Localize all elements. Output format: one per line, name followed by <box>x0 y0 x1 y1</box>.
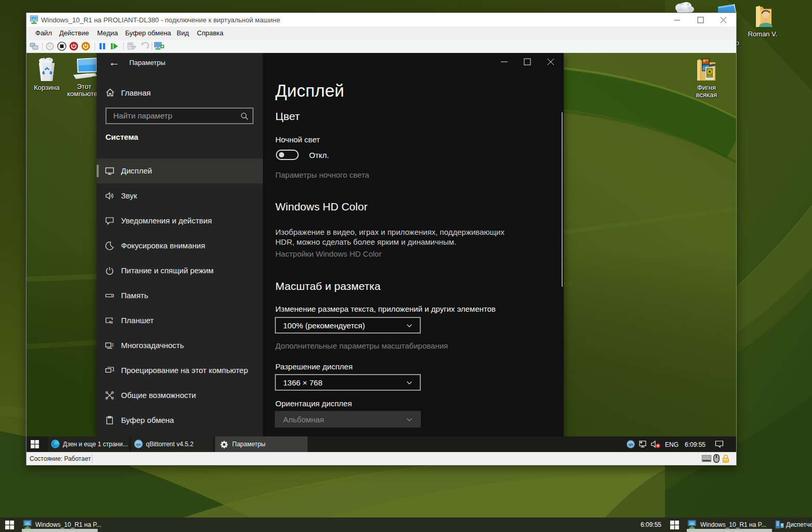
menu-view[interactable]: Вид <box>177 29 189 37</box>
ctrl-alt-del-icon[interactable] <box>30 42 39 51</box>
guest-recycle-bin[interactable]: Корзина <box>33 57 61 94</box>
vmconnect-taskbar-icon <box>23 520 33 529</box>
resume-vm-icon[interactable] <box>110 42 119 51</box>
night-light-toggle[interactable] <box>276 150 299 160</box>
projecting-icon <box>105 366 114 375</box>
orientation-dropdown[interactable]: Альбомная <box>275 411 421 428</box>
menu-media[interactable]: Медиа <box>97 29 118 37</box>
vmconnect-titlebar[interactable]: Windows_10_R1 на PROLIANT-DL380 - подклю… <box>26 13 736 26</box>
settings-scrollbar-thumb[interactable] <box>562 112 563 287</box>
sidebar-item-storage[interactable]: Память <box>97 283 263 308</box>
revert-icon[interactable] <box>140 42 149 51</box>
hdr-settings-link[interactable]: Настройки Windows HD Color <box>275 249 381 258</box>
pause-vm-icon[interactable] <box>98 42 107 51</box>
advanced-scaling-link[interactable]: Дополнительные параметры масштабирования <box>275 341 448 350</box>
menu-action[interactable]: Действие <box>59 29 89 37</box>
sidebar-item-tablet[interactable]: Планшет <box>97 308 263 333</box>
settings-maximize-button[interactable] <box>515 53 539 69</box>
sidebar-item-projecting[interactable]: Проецирование на этот компьютер <box>97 358 263 383</box>
menu-clipboard[interactable]: Буфер обмена <box>125 29 171 37</box>
menu-help[interactable]: Справка <box>197 29 223 37</box>
host-start-button-2[interactable] <box>666 517 684 532</box>
guest-taskbar-item-qbittorrent[interactable]: qb qBittorrent v4.5.2 <box>131 436 213 452</box>
vmconnect-window: Windows_10_R1 на PROLIANT-DL380 - подклю… <box>26 12 737 466</box>
tray-language[interactable]: ENG <box>665 441 678 448</box>
settings-search-input[interactable]: Найти параметр <box>105 108 254 124</box>
resolution-dropdown[interactable]: 1366 × 768 <box>275 374 421 391</box>
tray-network-icon[interactable] <box>639 440 648 448</box>
scale-dropdown[interactable]: 100% (рекомендуется) <box>275 317 421 334</box>
night-light-state: Откл. <box>309 151 329 159</box>
chevron-down-icon <box>406 417 412 423</box>
tray-clock[interactable]: 6:09:55 <box>685 441 705 448</box>
host-taskbar-item-vmconnect[interactable]: Windows_10_R1 на P... <box>21 517 99 532</box>
save-vm-icon[interactable] <box>81 42 90 51</box>
host-taskbar: Windows_10_R1 на P... 6:09:55 Windows_10… <box>0 517 812 532</box>
host-taskbar-item-manager[interactable]: Диспетчер <box>773 517 812 532</box>
night-light-settings-link[interactable]: Параметры ночного света <box>275 170 369 179</box>
hyperv-manager-icon <box>775 520 784 529</box>
enhanced-session-icon[interactable] <box>154 42 164 51</box>
svg-text:qb: qb <box>628 442 633 447</box>
guest-taskbar-item-edge[interactable]: Дзен и еще 1 страни... <box>48 436 129 452</box>
sidebar-item-display[interactable]: Дисплей <box>97 158 263 183</box>
menu-file[interactable]: Файл <box>35 29 52 37</box>
host-computer-icon[interactable] <box>717 4 736 13</box>
night-light-label: Ночной свет <box>275 135 320 144</box>
search-icon[interactable] <box>241 112 248 120</box>
home-icon <box>105 88 115 97</box>
notifications-icon <box>105 216 114 225</box>
host-user-folder-label: Roman V. <box>747 31 778 38</box>
tray-volume-muted-icon[interactable] <box>651 440 661 448</box>
sidebar-item-sound[interactable]: Звук <box>97 183 263 208</box>
focus-assist-icon <box>105 241 114 250</box>
guest-taskbar-item-settings[interactable]: Параметры <box>215 436 308 452</box>
clipboard-icon <box>105 416 114 425</box>
host-taskbar-item-label: Windows_10_R1 на P... <box>35 521 101 528</box>
settings-minimize-button[interactable] <box>492 53 515 69</box>
storage-icon <box>105 291 114 300</box>
sidebar-section-system: Система <box>105 132 138 141</box>
turn-off-vm-icon[interactable] <box>57 42 66 51</box>
sidebar-item-home[interactable]: Главная <box>97 83 263 104</box>
sidebar-item-focus-assist[interactable]: Фокусировка внимания <box>97 233 263 258</box>
hdr-description-line1: Изображение в видео, играх и приложениях… <box>275 227 504 237</box>
power-sleep-icon <box>105 266 114 275</box>
chevron-down-icon <box>406 323 412 329</box>
hdr-description-line2: HDR, можно сделать более ярким и динамич… <box>275 237 456 247</box>
guest-stuff-folder[interactable]: Фигня всякая <box>691 57 722 104</box>
vmconnect-title: Windows_10_R1 на PROLIANT-DL380 - подклю… <box>41 16 280 24</box>
host-clock[interactable]: 6:09:55 <box>641 521 661 528</box>
tray-action-center-icon[interactable] <box>715 440 724 448</box>
settings-close-button[interactable] <box>539 53 562 69</box>
shut-down-vm-icon[interactable] <box>69 42 78 51</box>
sidebar-item-notifications[interactable]: Уведомления и действия <box>97 208 263 233</box>
vmconnect-app-icon <box>30 16 39 24</box>
vmconnect-toolbar <box>26 40 736 53</box>
vmconnect-minimize-button[interactable] <box>669 13 685 26</box>
sidebar-item-clipboard[interactable]: Буфер обмена <box>97 408 263 433</box>
resolution-label: Разрешение дисплея <box>275 362 353 371</box>
guest-start-button[interactable] <box>29 436 41 452</box>
sound-icon <box>105 191 114 201</box>
back-button[interactable]: ← <box>105 55 123 71</box>
vmconnect-maximize-button[interactable] <box>693 13 708 26</box>
statusbar-mouse-icon <box>713 454 720 463</box>
scale-heading: Масштаб и разметка <box>275 280 380 292</box>
sidebar-item-shared-experiences[interactable]: Общие возможности <box>97 383 263 408</box>
sidebar-item-power-sleep[interactable]: Питание и спящий режим <box>97 258 263 283</box>
multitasking-icon <box>105 341 114 350</box>
tray-qbittorrent-icon[interactable]: qb <box>627 440 635 448</box>
host-recycle-bin-icon[interactable] <box>674 1 695 13</box>
start-vm-disabled-icon[interactable] <box>45 42 55 51</box>
sidebar-item-multitasking[interactable]: Многозадачность <box>97 333 263 358</box>
host-taskbar-item-vmconnect-2[interactable]: Windows_10_R1 на P... <box>685 517 774 532</box>
host-user-folder-icon[interactable]: Roman V. <box>747 4 778 38</box>
vmconnect-close-button[interactable] <box>715 13 731 26</box>
scale-label: Изменение размера текста, приложений и д… <box>275 304 496 313</box>
vmconnect-menubar: Файл Действие Медиа Буфер обмена Вид Спр… <box>26 26 736 40</box>
guest-taskbar: Дзен и еще 1 страни... qb qBittorrent v4… <box>26 436 736 452</box>
statusbar-keyboard-icon <box>702 455 711 462</box>
checkpoint-icon[interactable] <box>127 42 136 51</box>
host-start-button[interactable] <box>1 517 19 532</box>
